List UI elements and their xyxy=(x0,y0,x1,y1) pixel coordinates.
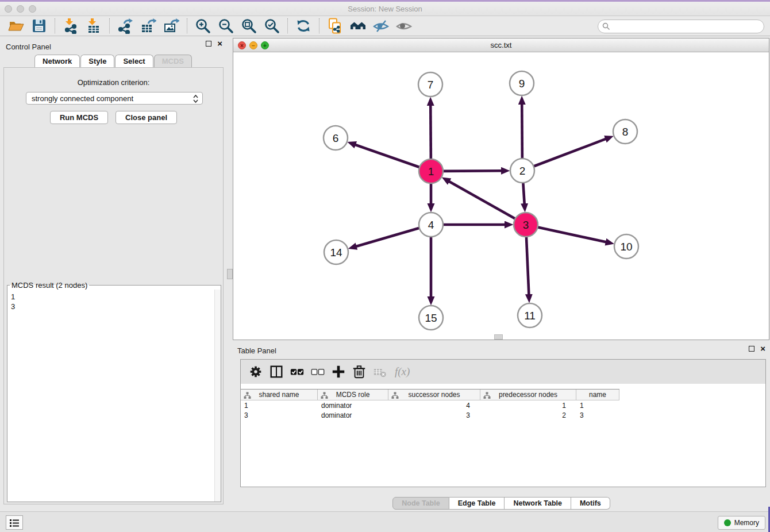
task-history-button[interactable] xyxy=(6,515,23,530)
control-panel-close-icon[interactable]: × xyxy=(217,41,222,47)
tab-mcds[interactable]: MCDS xyxy=(154,55,192,67)
horizontal-splitter-handle[interactable] xyxy=(494,334,503,340)
save-session-icon[interactable] xyxy=(30,17,48,34)
show-columns-icon[interactable] xyxy=(269,364,284,380)
zoom-selected-icon[interactable] xyxy=(263,17,280,34)
cell-predecessor-nodes[interactable]: 2 xyxy=(480,411,576,421)
network-maximize-button[interactable]: + xyxy=(261,41,269,49)
window-controls xyxy=(5,5,36,13)
cell-successor-nodes[interactable]: 4 xyxy=(388,401,480,411)
import-table-icon[interactable] xyxy=(85,17,102,34)
graph-edge-1-7[interactable] xyxy=(430,105,431,160)
close-panel-button[interactable]: Close panel xyxy=(116,111,177,124)
window-zoom-button[interactable] xyxy=(29,5,36,13)
graph-edge-1-6[interactable] xyxy=(355,145,421,168)
column-header-shared-name[interactable]: shared name xyxy=(241,390,318,400)
cell-name[interactable]: 1 xyxy=(576,401,619,411)
column-header-successor-nodes[interactable]: successor nodes xyxy=(388,390,480,400)
refresh-icon[interactable] xyxy=(295,17,312,34)
table-settings-icon[interactable] xyxy=(248,364,263,380)
tab-motifs[interactable]: Motifs xyxy=(571,497,610,510)
graph-edge-2-3[interactable] xyxy=(523,182,525,205)
vertical-splitter-handle[interactable] xyxy=(227,269,233,279)
window-close-button[interactable] xyxy=(5,5,12,13)
zoom-in-icon[interactable] xyxy=(194,17,211,34)
tab-network-table[interactable]: Network Table xyxy=(505,497,571,510)
table-panel-close-icon[interactable]: × xyxy=(760,346,765,352)
criterion-dropdown[interactable]: strongly connected component xyxy=(26,92,203,105)
graph-edge-3-10[interactable] xyxy=(537,227,607,242)
graph-node-10[interactable]: 10 xyxy=(614,234,638,259)
show-all-icon[interactable] xyxy=(395,17,413,34)
graph-node-8[interactable]: 8 xyxy=(613,119,637,144)
memory-button[interactable]: Memory xyxy=(718,516,765,530)
graph-node-2[interactable]: 2 xyxy=(510,159,534,183)
cell-mcds-role[interactable]: dominator xyxy=(318,411,388,421)
cell-shared-name[interactable]: 1 xyxy=(241,401,318,411)
column-header-mcds-role[interactable]: MCDS role xyxy=(318,390,388,400)
delete-rows-icon[interactable] xyxy=(352,364,367,380)
mcds-result-text[interactable]: 1 3 xyxy=(7,291,211,313)
node-table-container: f(x) shared name MCDS role successor nod… xyxy=(240,359,766,487)
table-toolbar: f(x) xyxy=(241,360,765,384)
table-row[interactable]: 1 dominator 4 1 1 xyxy=(241,401,767,411)
network-minimize-button[interactable]: − xyxy=(249,41,257,49)
cell-shared-name[interactable]: 3 xyxy=(241,411,318,421)
tab-node-table[interactable]: Node Table xyxy=(392,497,449,510)
hide-selected-icon[interactable] xyxy=(372,17,390,34)
export-network-icon[interactable] xyxy=(117,17,134,34)
graph-node-11[interactable]: 11 xyxy=(518,303,542,327)
export-image-icon[interactable] xyxy=(163,17,180,34)
tab-style[interactable]: Style xyxy=(80,55,114,67)
tab-select[interactable]: Select xyxy=(115,55,153,67)
cell-mcds-role[interactable]: dominator xyxy=(318,401,388,411)
network-canvas[interactable]: 7968124314101511 xyxy=(233,52,769,340)
main-toolbar xyxy=(0,16,770,36)
deselect-all-columns-icon[interactable] xyxy=(310,364,325,380)
tab-edge-table[interactable]: Edge Table xyxy=(449,497,505,510)
tab-network[interactable]: Network xyxy=(34,55,80,67)
column-label: predecessor nodes xyxy=(499,391,557,399)
cell-name[interactable]: 3 xyxy=(576,411,619,421)
graph-edge-2-8[interactable] xyxy=(533,138,607,167)
import-network-icon[interactable] xyxy=(62,17,79,34)
network-close-button[interactable]: × xyxy=(238,41,246,49)
table-row[interactable]: 3 dominator 3 2 3 xyxy=(241,411,767,421)
search-icon xyxy=(602,22,610,33)
graph-edge-3-11[interactable] xyxy=(526,236,529,295)
column-header-name[interactable]: name xyxy=(576,390,619,400)
first-neighbors-icon[interactable] xyxy=(349,17,367,34)
control-panel-title: Control Panel xyxy=(6,43,51,51)
new-network-from-selection-icon[interactable] xyxy=(326,17,344,34)
graph-node-label: 3 xyxy=(523,219,529,231)
table-panel-float-icon[interactable] xyxy=(749,346,754,352)
cell-predecessor-nodes[interactable]: 1 xyxy=(480,401,576,411)
graph-node-1[interactable]: 1 xyxy=(419,159,443,183)
export-table-icon[interactable] xyxy=(140,17,157,34)
graph-node-4[interactable]: 4 xyxy=(419,213,443,237)
graph-node-7[interactable]: 7 xyxy=(418,72,442,97)
cell-successor-nodes[interactable]: 3 xyxy=(388,411,480,421)
search-input[interactable] xyxy=(598,20,764,33)
open-session-icon[interactable] xyxy=(7,17,25,34)
graph-node-9[interactable]: 9 xyxy=(510,71,534,95)
graph-edge-1-2[interactable] xyxy=(442,171,502,171)
graph-edge-4-14[interactable] xyxy=(356,228,421,246)
control-panel-float-icon[interactable] xyxy=(206,41,211,47)
graph-node-15[interactable]: 15 xyxy=(419,306,443,330)
graph-edge-2-9[interactable] xyxy=(522,103,522,160)
graph-edge-3-1[interactable] xyxy=(448,181,516,219)
graph-node-6[interactable]: 6 xyxy=(324,126,348,150)
network-view-window: × − + scc.txt 7968124314101511 xyxy=(233,38,769,340)
graph-node-3[interactable]: 3 xyxy=(514,213,538,237)
select-all-columns-icon[interactable] xyxy=(290,364,305,380)
zoom-out-icon[interactable] xyxy=(217,17,234,34)
run-mcds-button[interactable]: Run MCDS xyxy=(50,111,108,124)
column-header-predecessor-nodes[interactable]: predecessor nodes xyxy=(480,390,576,400)
window-minimize-button[interactable] xyxy=(17,5,24,13)
mcds-result-scrollbar[interactable] xyxy=(214,290,221,502)
zoom-fit-icon[interactable] xyxy=(240,17,257,34)
graph-node-14[interactable]: 14 xyxy=(324,240,348,264)
toolbar-separator xyxy=(187,18,187,33)
add-row-icon[interactable] xyxy=(331,364,346,380)
